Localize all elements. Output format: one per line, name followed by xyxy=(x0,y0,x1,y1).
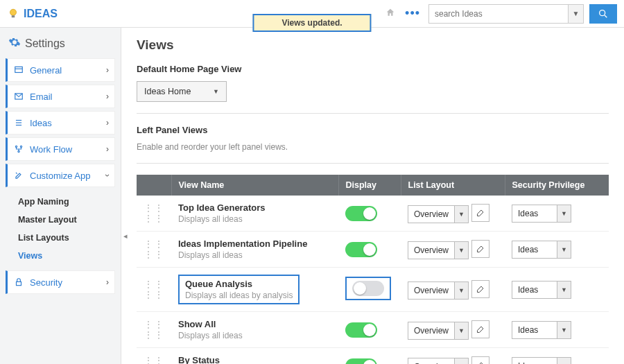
default-view-label: Default Home Page View xyxy=(137,64,609,74)
security-select[interactable]: Ideas▼ xyxy=(512,357,571,365)
default-view-value: Ideas Home xyxy=(144,87,191,96)
security-value: Ideas xyxy=(512,325,557,335)
edit-layout-button[interactable] xyxy=(471,320,489,338)
customize-subitems: App Naming Master Layout List Layouts Vi… xyxy=(6,190,115,270)
main-content: Views Default Home Page View Ideas Home … xyxy=(121,28,624,364)
layout-select[interactable]: Overview▼ xyxy=(408,281,469,300)
chevron-down-icon: ▼ xyxy=(454,282,468,299)
search-button[interactable] xyxy=(589,4,617,24)
sidebar-item-label: Work Flow xyxy=(30,144,72,155)
gear-icon xyxy=(8,36,21,51)
drag-handle-icon[interactable]: ⋮⋮⋮⋮ xyxy=(144,355,164,365)
layout-select[interactable]: Overview▼ xyxy=(408,358,469,365)
divider xyxy=(137,113,609,114)
table-row: ⋮⋮⋮⋮Top Idea GeneratorsDisplays all idea… xyxy=(137,196,609,232)
layout-value: Overview xyxy=(408,286,454,295)
svg-point-2 xyxy=(600,10,605,15)
search-box: ▼ xyxy=(428,4,584,24)
views-table: View Name Display List Layout Security P… xyxy=(137,175,609,364)
edit-layout-button[interactable] xyxy=(471,356,489,365)
table-row: ⋮⋮⋮⋮Show AllDisplays all ideasOverview▼I… xyxy=(137,312,609,348)
table-row: ⋮⋮⋮⋮Ideas Implementation PipelineDisplay… xyxy=(137,232,609,268)
security-value: Ideas xyxy=(512,361,557,365)
svg-point-12 xyxy=(18,150,19,152)
table-row: ⋮⋮⋮⋮By StatusDisplays ideas by statusOve… xyxy=(137,348,609,365)
display-toggle[interactable] xyxy=(345,358,377,365)
chevron-down-icon: ▼ xyxy=(454,242,468,259)
layout-value: Overview xyxy=(408,245,454,255)
security-select[interactable]: Ideas▼ xyxy=(512,321,571,339)
layout-select[interactable]: Overview▼ xyxy=(408,322,469,340)
layout-value: Overview xyxy=(408,209,454,219)
sidebar: Settings General › Email › Ideas › Work … xyxy=(0,28,121,364)
drag-handle-icon[interactable]: ⋮⋮⋮⋮ xyxy=(144,279,164,300)
drag-handle-icon[interactable]: ⋮⋮⋮⋮ xyxy=(144,202,164,224)
display-toggle[interactable] xyxy=(345,242,377,257)
mail-icon xyxy=(13,92,24,101)
col-handle xyxy=(137,175,171,196)
security-value: Ideas xyxy=(512,209,557,218)
svg-point-11 xyxy=(20,146,21,147)
display-toggle[interactable] xyxy=(352,281,384,296)
security-value: Ideas xyxy=(512,285,557,295)
layout-icon xyxy=(13,65,24,75)
chevron-down-icon: ▼ xyxy=(213,88,219,95)
home-icon[interactable] xyxy=(385,8,395,19)
row-title: Queue Analysis xyxy=(185,279,293,289)
brand-text: IDEAS xyxy=(24,8,58,20)
security-select[interactable]: Ideas▼ xyxy=(512,205,571,223)
svg-point-0 xyxy=(10,9,17,15)
row-title: Show All xyxy=(178,319,331,329)
security-select[interactable]: Ideas▼ xyxy=(512,241,571,259)
drag-handle-icon[interactable]: ⋮⋮⋮⋮ xyxy=(144,239,164,260)
row-desc: Displays all ideas by analysis xyxy=(185,291,293,300)
brand[interactable]: IDEAS xyxy=(7,8,58,20)
sidebar-item-label: General xyxy=(30,65,62,76)
subitem-views[interactable]: Views xyxy=(15,247,115,265)
layout-select[interactable]: Overview▼ xyxy=(408,241,469,259)
subitem-master-layout[interactable]: Master Layout xyxy=(15,211,115,229)
row-title: Top Idea Generators xyxy=(178,202,331,213)
sidebar-item-label: Security xyxy=(30,277,62,288)
sidebar-item-ideas[interactable]: Ideas › xyxy=(6,111,115,135)
sidebar-item-customize[interactable]: Customize App › xyxy=(6,164,115,187)
lock-icon xyxy=(13,277,24,287)
display-toggle[interactable] xyxy=(345,206,377,221)
subitem-app-naming[interactable]: App Naming xyxy=(15,193,115,211)
edit-layout-button[interactable] xyxy=(471,204,489,222)
drag-handle-icon[interactable]: ⋮⋮⋮⋮ xyxy=(144,319,164,340)
chevron-right-icon: › xyxy=(106,118,109,128)
notification-text: Views updated. xyxy=(281,18,342,28)
security-select[interactable]: Ideas▼ xyxy=(512,281,571,299)
sidebar-item-email[interactable]: Email › xyxy=(6,85,115,108)
search-scope-dropdown[interactable]: ▼ xyxy=(568,5,583,23)
divider xyxy=(137,163,609,164)
layout-select[interactable]: Overview▼ xyxy=(408,205,469,223)
chevron-down-icon: ▼ xyxy=(557,205,571,222)
sidebar-item-general[interactable]: General › xyxy=(6,58,115,82)
sidebar-collapse-handle[interactable]: ◂ xyxy=(121,229,130,243)
layout: Settings General › Email › Ideas › Work … xyxy=(0,28,624,364)
chevron-down-icon: ▼ xyxy=(454,358,468,365)
chevron-down-icon: › xyxy=(103,174,112,177)
edit-layout-button[interactable] xyxy=(471,240,489,258)
app-header: IDEAS Views updated. ••• ▼ xyxy=(0,0,624,28)
edit-layout-button[interactable] xyxy=(471,280,489,298)
default-view-select[interactable]: Ideas Home ▼ xyxy=(137,81,227,102)
chevron-down-icon: ▼ xyxy=(573,10,580,17)
row-title: Ideas Implementation Pipeline xyxy=(178,239,331,249)
tools-icon xyxy=(13,171,24,180)
header-right: ••• ▼ xyxy=(385,4,617,24)
more-icon[interactable]: ••• xyxy=(405,6,420,21)
subitem-list-layouts[interactable]: List Layouts xyxy=(15,229,115,247)
search-input[interactable] xyxy=(429,5,568,23)
sidebar-item-workflow[interactable]: Work Flow › xyxy=(6,137,115,161)
display-toggle[interactable] xyxy=(345,322,377,338)
layout-value: Overview xyxy=(408,362,454,365)
notification-toast: Views updated. xyxy=(252,14,371,32)
svg-rect-1 xyxy=(12,15,15,17)
chevron-down-icon: ▼ xyxy=(557,241,571,258)
chevron-down-icon: ▼ xyxy=(557,322,571,338)
sidebar-item-security[interactable]: Security › xyxy=(6,270,115,294)
table-row: ⋮⋮⋮⋮Queue AnalysisDisplays all ideas by … xyxy=(137,268,609,312)
